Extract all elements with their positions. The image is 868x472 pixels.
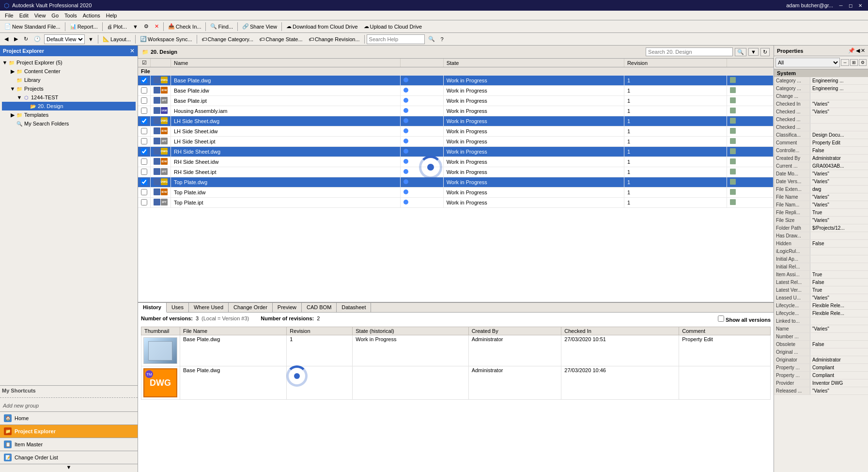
table-row[interactable]: DWG RH Side Sheet.dwg Work in Progress 1: [138, 147, 774, 157]
checkin-button[interactable]: 📥 Check In...: [166, 21, 204, 32]
tab-uses[interactable]: Uses: [167, 303, 189, 312]
table-row[interactable]: IPT Base Plate.ipt Work in Progress 1: [138, 96, 774, 106]
workspace-sync-button[interactable]: 🔄 Workspace Sync...: [138, 34, 195, 45]
minimize-button[interactable]: ─: [837, 2, 845, 9]
nav-project-explorer[interactable]: 📁 Project Explorer: [0, 425, 138, 438]
menu-edit[interactable]: Edit: [16, 13, 31, 18]
change-state-button[interactable]: 🏷 Change State...: [257, 34, 305, 45]
action-icon[interactable]: [730, 169, 736, 174]
table-row[interactable]: IPT LH Side Sheet.ipt Work in Progress 1: [138, 137, 774, 147]
view-dropdown[interactable]: Default View: [44, 34, 85, 44]
tree-templates[interactable]: ▶ 📁 Templates: [2, 110, 136, 119]
action-icon[interactable]: [730, 118, 736, 124]
row-checkbox[interactable]: [138, 157, 151, 167]
row-checkbox[interactable]: [138, 137, 151, 147]
action-icon[interactable]: [730, 108, 736, 113]
expand-icon[interactable]: ▶: [10, 112, 16, 118]
forward-button[interactable]: ▶: [12, 34, 20, 45]
tab-cad-bom[interactable]: CAD BOM: [302, 303, 337, 312]
hist-col-filename[interactable]: File Name: [180, 327, 287, 335]
history-row[interactable]: Base Plate.dwg 1 Work in Progress Admini…: [141, 335, 771, 366]
action-icon[interactable]: [730, 179, 736, 185]
hist-col-created-by[interactable]: Created By: [468, 327, 561, 335]
col-revision[interactable]: Revision: [624, 59, 727, 67]
tab-history[interactable]: History: [138, 303, 167, 313]
menu-tools[interactable]: Tools: [62, 13, 80, 18]
back-button[interactable]: ◀: [2, 34, 11, 45]
hist-col-comment[interactable]: Comment: [679, 327, 771, 335]
row-checkbox[interactable]: [138, 198, 151, 208]
search-help-input[interactable]: [367, 34, 425, 44]
table-row[interactable]: DWG LH Side Sheet.dwg Work in Progress 1: [138, 116, 774, 126]
hist-col-checked-in[interactable]: Checked In: [561, 327, 679, 335]
table-row[interactable]: IDW Base Plate.idw Work in Progress 1: [138, 86, 774, 96]
table-row[interactable]: IDW RH Side Sheet.idw Work in Progress 1: [138, 157, 774, 167]
props-auto-hide-button[interactable]: ◀: [856, 47, 860, 54]
tree-library[interactable]: 📁 Library: [2, 76, 136, 84]
menu-file[interactable]: File: [2, 13, 16, 18]
menu-go[interactable]: Go: [48, 13, 62, 18]
show-all-versions-checkbox[interactable]: [718, 315, 724, 322]
action-icon[interactable]: [730, 77, 736, 83]
hist-col-state[interactable]: State (historical): [353, 327, 468, 335]
props-pin-button[interactable]: 📌: [848, 47, 855, 54]
plot-dropdown[interactable]: ▼: [130, 21, 140, 32]
nav-home[interactable]: 🏠 Home: [0, 412, 138, 425]
table-row[interactable]: IAM Housing Assembly.iam Work in Progres…: [138, 106, 774, 116]
plot-settings-button[interactable]: ⚙: [141, 21, 151, 32]
action-icon[interactable]: [730, 148, 736, 154]
table-row[interactable]: DWG Base Plate.dwg Work in Progress 1: [138, 76, 774, 86]
action-icon[interactable]: [730, 138, 736, 144]
change-revision-button[interactable]: 🏷 Change Revision...: [306, 34, 362, 45]
table-row[interactable]: IDW Top Plate.idw Work in Progress 1: [138, 188, 774, 198]
help-button[interactable]: ?: [438, 34, 446, 45]
row-checkbox[interactable]: [138, 96, 151, 106]
row-checkbox[interactable]: [138, 188, 151, 198]
tab-datasheet[interactable]: Datasheet: [337, 303, 371, 312]
action-icon[interactable]: [730, 189, 736, 195]
action-icon[interactable]: [730, 97, 736, 103]
report-button[interactable]: 📊 Report...: [67, 21, 100, 32]
tab-change-order[interactable]: Change Order: [229, 303, 273, 312]
row-checkbox[interactable]: [138, 116, 151, 126]
expand-icon[interactable]: ▶: [10, 68, 16, 75]
window-controls[interactable]: ─ ◻ ✕: [837, 2, 864, 9]
action-icon[interactable]: [730, 158, 736, 164]
plot-button[interactable]: 🖨 Plot...: [105, 21, 129, 32]
row-checkbox[interactable]: [138, 76, 151, 86]
history-button[interactable]: 🕐: [31, 34, 43, 45]
add-group-area[interactable]: Add new group: [0, 400, 138, 411]
action-icon[interactable]: [730, 87, 736, 93]
row-checkbox[interactable]: [138, 177, 151, 188]
search-help-button[interactable]: 🔍: [426, 34, 437, 45]
tree-root[interactable]: ▼ 📁 Project Explorer (5): [2, 58, 136, 67]
props-expand-button[interactable]: ↔: [841, 59, 849, 66]
tree-1244-test[interactable]: ▼ ⬡ 1244-TEST: [2, 93, 136, 102]
props-filter-select[interactable]: All: [775, 58, 840, 67]
download-cloud-button[interactable]: ☁ Download from Cloud Drive: [284, 21, 360, 32]
col-name[interactable]: Name: [171, 59, 401, 67]
expand-icon[interactable]: ▼: [10, 86, 16, 92]
tree-projects[interactable]: ▼ 📁 Projects: [2, 84, 136, 93]
tree-my-search-folders[interactable]: 🔍 My Search Folders: [2, 119, 136, 128]
close-panel-button[interactable]: ✕: [130, 47, 135, 54]
nav-item-master[interactable]: 📋 Item Master: [0, 438, 138, 451]
expand-icon[interactable]: ▼: [2, 60, 8, 65]
refresh-button[interactable]: ↻: [21, 34, 31, 45]
table-row[interactable]: IPT RH Side Sheet.ipt Work in Progress 1: [138, 167, 774, 177]
table-row[interactable]: IDW LH Side Sheet.idw Work in Progress 1: [138, 126, 774, 137]
menu-view[interactable]: View: [31, 13, 49, 18]
content-filter-button[interactable]: ▼: [748, 48, 759, 56]
row-checkbox[interactable]: [138, 167, 151, 177]
table-row[interactable]: DWG Top Plate.dwg Work in Progress 1: [138, 177, 774, 188]
upload-cloud-button[interactable]: ☁ Upload to Cloud Drive: [361, 21, 425, 32]
row-checkbox[interactable]: [138, 126, 151, 137]
restore-button[interactable]: ◻: [847, 2, 854, 9]
menu-help[interactable]: Help: [103, 13, 120, 18]
refresh-content-button[interactable]: ↻: [760, 48, 770, 56]
tree-20-design[interactable]: 📂 20. Design: [2, 102, 136, 110]
row-checkbox[interactable]: [138, 106, 151, 116]
change-category-button[interactable]: 🏷 Change Category...: [199, 34, 256, 45]
props-layout-button[interactable]: ⊞: [850, 59, 858, 66]
new-standard-file-button[interactable]: 📄 New Standard File...: [2, 21, 63, 32]
